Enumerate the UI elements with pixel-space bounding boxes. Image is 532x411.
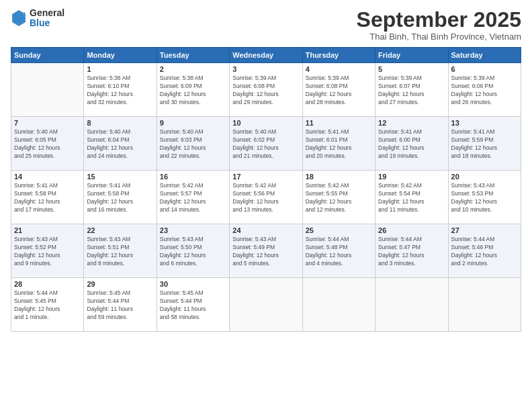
day-number: 20 [451, 173, 518, 181]
table-row: 9Sunrise: 5:40 AM Sunset: 6:03 PM Daylig… [157, 117, 229, 171]
table-row [375, 278, 448, 332]
table-row: 13Sunrise: 5:41 AM Sunset: 5:59 PM Dayli… [448, 117, 521, 171]
table-row: 14Sunrise: 5:41 AM Sunset: 5:58 PM Dayli… [11, 171, 84, 224]
day-info: Sunrise: 5:41 AM Sunset: 6:01 PM Dayligh… [306, 128, 372, 161]
day-number: 12 [378, 119, 445, 127]
col-sunday: Sunday [11, 48, 84, 63]
table-row: 5Sunrise: 5:39 AM Sunset: 6:07 PM Daylig… [375, 63, 448, 117]
col-saturday: Saturday [448, 48, 521, 63]
day-info: Sunrise: 5:42 AM Sunset: 5:54 PM Dayligh… [378, 182, 445, 214]
table-row: 22Sunrise: 5:43 AM Sunset: 5:51 PM Dayli… [84, 224, 157, 278]
day-info: Sunrise: 5:45 AM Sunset: 5:44 PM Dayligh… [160, 289, 226, 322]
day-info: Sunrise: 5:41 AM Sunset: 5:59 PM Dayligh… [451, 128, 518, 161]
day-info: Sunrise: 5:43 AM Sunset: 5:53 PM Dayligh… [451, 182, 518, 214]
logo-general-text: General [30, 8, 64, 18]
day-number: 6 [451, 65, 518, 73]
col-tuesday: Tuesday [157, 48, 229, 63]
day-info: Sunrise: 5:41 AM Sunset: 6:00 PM Dayligh… [378, 128, 445, 161]
col-friday: Friday [375, 48, 448, 63]
day-info: Sunrise: 5:42 AM Sunset: 5:55 PM Dayligh… [306, 182, 372, 214]
day-number: 2 [160, 65, 226, 73]
day-info: Sunrise: 5:44 AM Sunset: 5:46 PM Dayligh… [451, 236, 518, 268]
table-row: 4Sunrise: 5:39 AM Sunset: 6:08 PM Daylig… [302, 63, 375, 117]
table-row: 29Sunrise: 5:45 AM Sunset: 5:44 PM Dayli… [84, 278, 157, 332]
table-row: 26Sunrise: 5:44 AM Sunset: 5:47 PM Dayli… [375, 224, 448, 278]
day-info: Sunrise: 5:43 AM Sunset: 5:50 PM Dayligh… [160, 236, 226, 268]
calendar-week-4: 21Sunrise: 5:43 AM Sunset: 5:52 PM Dayli… [11, 224, 521, 278]
table-row: 12Sunrise: 5:41 AM Sunset: 6:00 PM Dayli… [375, 117, 448, 171]
day-info: Sunrise: 5:44 AM Sunset: 5:45 PM Dayligh… [14, 289, 81, 322]
day-info: Sunrise: 5:39 AM Sunset: 6:07 PM Dayligh… [378, 75, 445, 107]
day-info: Sunrise: 5:42 AM Sunset: 5:56 PM Dayligh… [232, 182, 299, 214]
day-number: 13 [451, 119, 518, 127]
day-number: 10 [232, 119, 299, 127]
day-info: Sunrise: 5:40 AM Sunset: 6:02 PM Dayligh… [232, 128, 299, 161]
day-info: Sunrise: 5:43 AM Sunset: 5:49 PM Dayligh… [232, 236, 299, 268]
table-row: 1Sunrise: 5:38 AM Sunset: 6:10 PM Daylig… [84, 63, 157, 117]
table-row: 7Sunrise: 5:40 AM Sunset: 6:05 PM Daylig… [11, 117, 84, 171]
table-row: 2Sunrise: 5:38 AM Sunset: 6:09 PM Daylig… [157, 63, 229, 117]
day-number: 3 [232, 65, 299, 73]
table-row: 8Sunrise: 5:40 AM Sunset: 6:04 PM Daylig… [84, 117, 157, 171]
table-row [11, 63, 84, 117]
day-info: Sunrise: 5:43 AM Sunset: 5:51 PM Dayligh… [87, 236, 153, 268]
day-number: 17 [232, 173, 299, 181]
col-wednesday: Wednesday [230, 48, 302, 63]
day-number: 16 [160, 173, 226, 181]
day-info: Sunrise: 5:40 AM Sunset: 6:05 PM Dayligh… [14, 128, 81, 161]
day-info: Sunrise: 5:38 AM Sunset: 6:09 PM Dayligh… [160, 75, 226, 107]
day-number: 22 [87, 226, 153, 234]
day-info: Sunrise: 5:39 AM Sunset: 6:06 PM Dayligh… [451, 75, 518, 107]
table-row: 15Sunrise: 5:41 AM Sunset: 5:58 PM Dayli… [84, 171, 157, 224]
day-number: 4 [306, 65, 372, 73]
day-info: Sunrise: 5:43 AM Sunset: 5:52 PM Dayligh… [14, 236, 81, 268]
table-row: 3Sunrise: 5:39 AM Sunset: 6:08 PM Daylig… [230, 63, 302, 117]
table-row: 16Sunrise: 5:42 AM Sunset: 5:57 PM Dayli… [157, 171, 229, 224]
day-info: Sunrise: 5:40 AM Sunset: 6:03 PM Dayligh… [160, 128, 226, 161]
table-row: 24Sunrise: 5:43 AM Sunset: 5:49 PM Dayli… [230, 224, 302, 278]
logo-icon [11, 9, 27, 28]
day-number: 1 [87, 65, 153, 73]
calendar-week-1: 1Sunrise: 5:38 AM Sunset: 6:10 PM Daylig… [11, 63, 521, 117]
table-row [448, 278, 521, 332]
table-row: 6Sunrise: 5:39 AM Sunset: 6:06 PM Daylig… [448, 63, 521, 117]
calendar-week-3: 14Sunrise: 5:41 AM Sunset: 5:58 PM Dayli… [11, 171, 521, 224]
day-info: Sunrise: 5:39 AM Sunset: 6:08 PM Dayligh… [306, 75, 372, 107]
table-row: 20Sunrise: 5:43 AM Sunset: 5:53 PM Dayli… [448, 171, 521, 224]
day-number: 23 [160, 226, 226, 234]
table-row: 21Sunrise: 5:43 AM Sunset: 5:52 PM Dayli… [11, 224, 84, 278]
day-info: Sunrise: 5:40 AM Sunset: 6:04 PM Dayligh… [87, 128, 153, 161]
calendar-week-5: 28Sunrise: 5:44 AM Sunset: 5:45 PM Dayli… [11, 278, 521, 332]
page: General Blue September 2025 Thai Binh, T… [0, 0, 532, 411]
day-number: 8 [87, 119, 153, 127]
table-row: 25Sunrise: 5:44 AM Sunset: 5:48 PM Dayli… [302, 224, 375, 278]
day-info: Sunrise: 5:38 AM Sunset: 6:10 PM Dayligh… [87, 75, 153, 107]
header-row: Sunday Monday Tuesday Wednesday Thursday… [11, 48, 521, 63]
day-info: Sunrise: 5:45 AM Sunset: 5:44 PM Dayligh… [87, 289, 153, 322]
month-title: September 2025 [357, 8, 521, 32]
table-row: 28Sunrise: 5:44 AM Sunset: 5:45 PM Dayli… [11, 278, 84, 332]
day-number: 15 [87, 173, 153, 181]
table-row: 30Sunrise: 5:45 AM Sunset: 5:44 PM Dayli… [157, 278, 229, 332]
day-number: 5 [378, 65, 445, 73]
day-number: 9 [160, 119, 226, 127]
table-row: 10Sunrise: 5:40 AM Sunset: 6:02 PM Dayli… [230, 117, 302, 171]
day-number: 24 [232, 226, 299, 234]
day-number: 18 [306, 173, 372, 181]
day-number: 11 [306, 119, 372, 127]
day-number: 7 [14, 119, 81, 127]
table-row [302, 278, 375, 332]
day-number: 30 [160, 280, 226, 288]
table-row: 27Sunrise: 5:44 AM Sunset: 5:46 PM Dayli… [448, 224, 521, 278]
day-number: 27 [451, 226, 518, 234]
day-info: Sunrise: 5:44 AM Sunset: 5:47 PM Dayligh… [378, 236, 445, 268]
calendar-week-2: 7Sunrise: 5:40 AM Sunset: 6:05 PM Daylig… [11, 117, 521, 171]
day-number: 28 [14, 280, 81, 288]
day-number: 29 [87, 280, 153, 288]
header: General Blue September 2025 Thai Binh, T… [11, 8, 521, 42]
calendar-table: Sunday Monday Tuesday Wednesday Thursday… [11, 47, 521, 332]
day-number: 25 [306, 226, 372, 234]
table-row: 18Sunrise: 5:42 AM Sunset: 5:55 PM Dayli… [302, 171, 375, 224]
day-number: 14 [14, 173, 81, 181]
table-row: 23Sunrise: 5:43 AM Sunset: 5:50 PM Dayli… [157, 224, 229, 278]
